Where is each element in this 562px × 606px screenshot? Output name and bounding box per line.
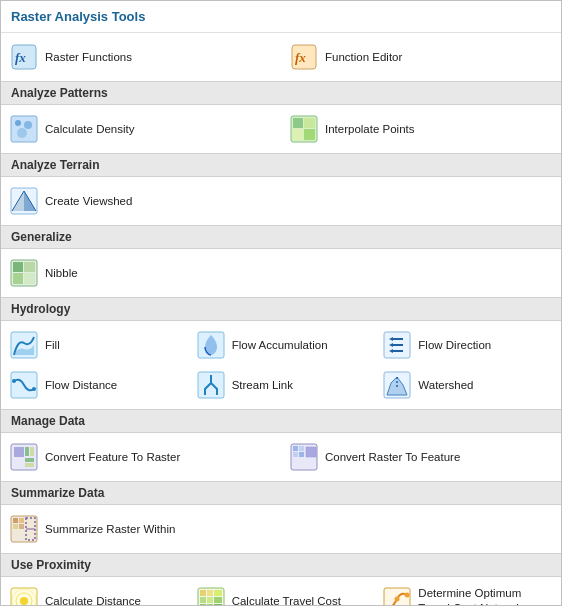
svg-rect-67 bbox=[200, 604, 206, 605]
svg-point-34 bbox=[32, 387, 36, 391]
tool-raster-functions[interactable]: fx Raster Functions bbox=[1, 37, 281, 77]
section-header-analyze-terrain: Analyze Terrain bbox=[1, 153, 561, 177]
section-analyze-patterns: Calculate Density Interpolate Points bbox=[1, 105, 561, 153]
svg-text:fx: fx bbox=[15, 50, 26, 65]
svg-point-33 bbox=[12, 379, 16, 383]
determine-optimum-travel-cost-label: Determine Optimum Travel Cost Network bbox=[418, 586, 553, 605]
section-header-summarize-data: Summarize Data bbox=[1, 481, 561, 505]
function-editor-icon: fx bbox=[289, 42, 319, 72]
tool-interpolate-points[interactable]: Interpolate Points bbox=[281, 109, 561, 149]
svg-rect-21 bbox=[13, 273, 23, 284]
section-summarize-data: Summarize Raster Within bbox=[1, 505, 561, 553]
tool-convert-raster-to-feature[interactable]: Convert Raster To Feature bbox=[281, 437, 561, 477]
stream-link-icon bbox=[196, 370, 226, 400]
interpolate-points-label: Interpolate Points bbox=[325, 122, 415, 137]
svg-point-73 bbox=[405, 593, 410, 598]
svg-rect-9 bbox=[293, 118, 303, 128]
convert-feature-to-raster-icon bbox=[9, 442, 39, 472]
svg-rect-22 bbox=[24, 273, 35, 284]
section-top-tools: fx Raster Functions fx Function Editor bbox=[1, 33, 561, 81]
svg-point-7 bbox=[17, 128, 27, 138]
svg-rect-52 bbox=[13, 524, 18, 529]
raster-functions-icon: fx bbox=[9, 42, 39, 72]
nibble-label: Nibble bbox=[45, 266, 78, 281]
convert-feature-to-raster-label: Convert Feature To Raster bbox=[45, 450, 180, 465]
tool-fill[interactable]: Fill bbox=[1, 325, 188, 365]
create-viewshed-icon bbox=[9, 186, 39, 216]
svg-marker-38 bbox=[14, 447, 24, 457]
svg-rect-40 bbox=[25, 447, 29, 456]
svg-rect-20 bbox=[24, 262, 35, 272]
svg-point-57 bbox=[20, 597, 28, 605]
watershed-icon bbox=[382, 370, 412, 400]
svg-marker-48 bbox=[306, 447, 316, 457]
tool-summarize-raster-within[interactable]: Summarize Raster Within bbox=[1, 509, 561, 549]
nibble-icon bbox=[9, 258, 39, 288]
svg-rect-39 bbox=[25, 458, 34, 462]
svg-rect-41 bbox=[30, 447, 34, 456]
tool-convert-feature-to-raster[interactable]: Convert Feature To Raster bbox=[1, 437, 281, 477]
svg-rect-66 bbox=[214, 597, 222, 603]
calculate-density-label: Calculate Density bbox=[45, 122, 134, 137]
section-header-generalize: Generalize bbox=[1, 225, 561, 249]
svg-point-5 bbox=[15, 120, 21, 126]
raster-functions-label: Raster Functions bbox=[45, 50, 132, 65]
fill-icon bbox=[9, 330, 39, 360]
calculate-distance-label: Calculate Distance bbox=[45, 594, 141, 605]
panel: Raster Analysis Tools fx Raster Function… bbox=[0, 0, 562, 606]
svg-rect-51 bbox=[19, 518, 24, 523]
svg-rect-61 bbox=[200, 590, 206, 596]
watershed-label: Watershed bbox=[418, 378, 473, 393]
tool-nibble[interactable]: Nibble bbox=[1, 253, 561, 293]
fill-label: Fill bbox=[45, 338, 60, 353]
flow-direction-label: Flow Direction bbox=[418, 338, 491, 353]
function-editor-label: Function Editor bbox=[325, 50, 402, 65]
svg-rect-69 bbox=[214, 604, 222, 605]
svg-rect-53 bbox=[19, 524, 24, 529]
tool-determine-optimum-travel-cost[interactable]: Determine Optimum Travel Cost Network bbox=[374, 581, 561, 605]
section-analyze-terrain: Create Viewshed bbox=[1, 177, 561, 225]
svg-rect-50 bbox=[13, 518, 18, 523]
tool-calculate-distance[interactable]: Calculate Distance bbox=[1, 581, 188, 605]
section-header-use-proximity: Use Proximity bbox=[1, 553, 561, 577]
svg-rect-46 bbox=[293, 452, 298, 457]
svg-rect-47 bbox=[299, 452, 304, 457]
tool-watershed[interactable]: Watershed bbox=[374, 365, 561, 405]
tool-function-editor[interactable]: fx Function Editor bbox=[281, 37, 561, 77]
scroll-area: fx Raster Functions fx Function Editor A… bbox=[1, 33, 561, 605]
panel-title: Raster Analysis Tools bbox=[1, 1, 561, 33]
svg-rect-45 bbox=[299, 446, 304, 451]
tool-flow-direction[interactable]: Flow Direction bbox=[374, 325, 561, 365]
calculate-density-icon bbox=[9, 114, 39, 144]
flow-direction-icon bbox=[382, 330, 412, 360]
calculate-travel-cost-icon bbox=[196, 586, 226, 605]
flow-accumulation-icon bbox=[196, 330, 226, 360]
svg-rect-62 bbox=[207, 590, 213, 596]
svg-rect-68 bbox=[207, 604, 213, 605]
section-use-proximity: Calculate Distance bbox=[1, 577, 561, 605]
tool-flow-accumulation[interactable]: Flow Accumulation bbox=[188, 325, 375, 365]
tool-calculate-travel-cost[interactable]: Calculate Travel Cost bbox=[188, 581, 375, 605]
section-manage-data: Convert Feature To Raster Convert Raster… bbox=[1, 433, 561, 481]
flow-distance-icon bbox=[9, 370, 39, 400]
svg-rect-10 bbox=[304, 118, 315, 128]
tool-create-viewshed[interactable]: Create Viewshed bbox=[1, 181, 561, 221]
section-header-analyze-patterns: Analyze Patterns bbox=[1, 81, 561, 105]
tool-calculate-density[interactable]: Calculate Density bbox=[1, 109, 281, 149]
interpolate-points-icon bbox=[289, 114, 319, 144]
summarize-raster-within-icon bbox=[9, 514, 39, 544]
convert-raster-to-feature-icon bbox=[289, 442, 319, 472]
svg-rect-42 bbox=[25, 463, 34, 467]
determine-optimum-travel-cost-icon bbox=[382, 586, 412, 605]
svg-rect-12 bbox=[304, 129, 315, 140]
calculate-distance-icon bbox=[9, 586, 39, 605]
tool-stream-link[interactable]: Stream Link bbox=[188, 365, 375, 405]
convert-raster-to-feature-label: Convert Raster To Feature bbox=[325, 450, 460, 465]
summarize-raster-within-label: Summarize Raster Within bbox=[45, 522, 175, 537]
svg-rect-19 bbox=[13, 262, 23, 272]
flow-accumulation-label: Flow Accumulation bbox=[232, 338, 328, 353]
flow-distance-label: Flow Distance bbox=[45, 378, 117, 393]
tool-flow-distance[interactable]: Flow Distance bbox=[1, 365, 188, 405]
svg-rect-44 bbox=[293, 446, 298, 451]
svg-text:fx: fx bbox=[295, 50, 306, 65]
